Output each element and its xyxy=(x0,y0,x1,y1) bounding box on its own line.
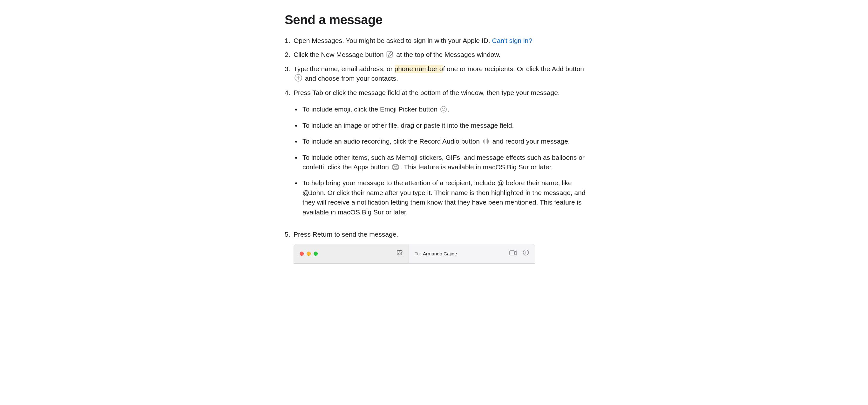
step-3-highlight: phone number o xyxy=(395,65,443,73)
to-field[interactable]: To: Armando Cajide xyxy=(414,250,457,257)
bullet-audio-part1: To include an audio recording, click the… xyxy=(303,137,482,145)
bullet-mention-text: To help bring your message to the attent… xyxy=(303,179,586,215)
bullet-mention: To help bring your message to the attent… xyxy=(295,178,590,217)
bullet-apps-part2: . This feature is available in macOS Big… xyxy=(400,163,553,170)
video-call-icon[interactable] xyxy=(509,249,517,258)
step-1: Open Messages. You might be asked to sig… xyxy=(285,36,590,45)
step-3: Type the name, email address, or phone n… xyxy=(285,64,590,84)
step-3-part1: Type the name, email address, or xyxy=(293,65,395,72)
svg-point-3 xyxy=(442,108,442,109)
record-audio-icon xyxy=(482,138,490,145)
step-4-sublist: To include emoji, click the Emoji Picker… xyxy=(293,104,590,217)
cant-sign-in-link[interactable]: Can't sign in? xyxy=(492,37,532,44)
bullet-emoji: To include emoji, click the Emoji Picker… xyxy=(295,104,590,114)
minimize-window-icon[interactable] xyxy=(307,252,311,256)
info-icon[interactable] xyxy=(523,249,529,258)
bullet-emoji-part1: To include emoji, click the Emoji Picker… xyxy=(303,105,439,113)
add-button-icon xyxy=(294,74,303,82)
step-4-text: Press Tab or click the message field at … xyxy=(293,89,560,96)
messages-sidebar xyxy=(294,244,409,263)
step-3-part3: and choose from your contacts. xyxy=(303,75,398,82)
step-5-text: Press Return to send the message. xyxy=(293,230,398,238)
compose-icon[interactable] xyxy=(397,249,403,258)
step-5: Press Return to send the message. xyxy=(285,230,590,263)
step-1-text: Open Messages. You might be asked to sig… xyxy=(293,37,492,44)
bullet-audio-part2: and record your message. xyxy=(491,137,570,145)
svg-rect-7 xyxy=(486,139,487,143)
svg-point-4 xyxy=(444,108,445,109)
step-3-part2: f one or more recipients. Or click the A… xyxy=(443,65,584,72)
close-window-icon[interactable] xyxy=(300,252,304,256)
traffic-lights xyxy=(300,252,318,256)
maximize-window-icon[interactable] xyxy=(314,252,318,256)
step-2: Click the New Message button at the top … xyxy=(285,50,590,59)
bullet-apps: To include other items, such as Memoji s… xyxy=(295,153,590,172)
instruction-list: Open Messages. You might be asked to sig… xyxy=(285,36,590,263)
svg-rect-6 xyxy=(485,139,485,144)
svg-rect-5 xyxy=(483,140,484,143)
to-recipient: Armando Cajide xyxy=(423,250,457,257)
to-label: To: xyxy=(414,250,421,257)
svg-point-2 xyxy=(440,106,446,113)
bullet-image: To include an image or other file, drag … xyxy=(295,121,590,130)
svg-rect-13 xyxy=(509,251,515,255)
svg-rect-8 xyxy=(487,138,488,144)
apps-button-icon xyxy=(392,164,400,170)
new-message-icon xyxy=(386,51,394,58)
svg-point-15 xyxy=(526,251,526,252)
emoji-picker-icon xyxy=(440,106,447,113)
bullet-emoji-part2: . xyxy=(448,105,450,113)
step-4: Press Tab or click the message field at … xyxy=(285,88,590,217)
step-2-part2: at the top of the Messages window. xyxy=(394,51,500,58)
step-2-part1: Click the New Message button xyxy=(293,51,385,58)
page-heading: Send a message xyxy=(285,13,590,27)
messages-main: To: Armando Cajide xyxy=(409,244,535,263)
messages-app-window: To: Armando Cajide xyxy=(293,244,535,263)
svg-rect-9 xyxy=(488,140,489,143)
bullet-audio: To include an audio recording, click the… xyxy=(295,136,590,146)
bullet-image-text: To include an image or other file, drag … xyxy=(303,122,514,129)
